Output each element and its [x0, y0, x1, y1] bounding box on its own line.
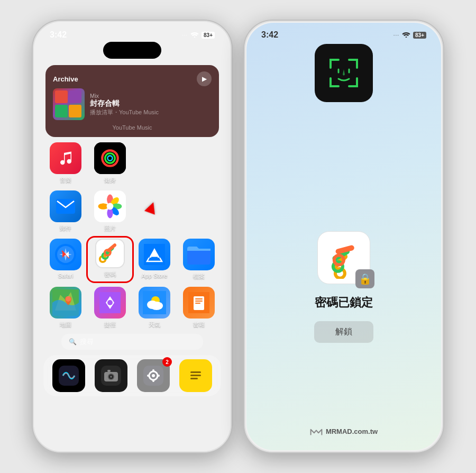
app-books[interactable]: 書籍 — [178, 287, 220, 329]
app-photos[interactable]: 照片 — [89, 190, 131, 232]
phone1: 3:42 ··· 83+ Archive ▶ — [32, 20, 233, 453]
widget-song-label: Mix — [90, 93, 212, 99]
music-widget[interactable]: Archive ▶ Mix 封存合輯 播放清單・YouTube Music — [45, 65, 219, 137]
dynamic-island-phone1 — [103, 42, 161, 59]
status-bar-phone2: 3:42 ··· 83+ — [246, 23, 441, 40]
widget-content: Mix 封存合輯 播放清單・YouTube Music — [53, 88, 212, 120]
app-shortcuts-label: 捷徑 — [104, 321, 116, 329]
phone2: 3:42 ··· 83+ — [243, 20, 444, 453]
svg-point-36 — [150, 302, 163, 310]
face-id-box — [315, 44, 373, 102]
svg-rect-59 — [190, 378, 198, 379]
app-maps-label: 地圖 — [60, 321, 71, 329]
app-safari[interactable]: Safari — [44, 239, 87, 280]
app-health[interactable]: 健身 — [89, 142, 131, 184]
widget-play-button[interactable]: ▶ — [197, 71, 212, 86]
svg-rect-48 — [107, 370, 111, 372]
svg-rect-58 — [190, 375, 201, 376]
svg-rect-25 — [106, 243, 117, 252]
wifi-icon-phone2 — [402, 31, 410, 39]
locked-content: 🔒 密碼已鎖定 解鎖 — [246, 102, 441, 450]
app-music-label: 音樂 — [60, 176, 71, 184]
svg-rect-4 — [56, 199, 75, 214]
app-mail-label: 郵件 — [60, 224, 71, 232]
widget-album-art — [53, 88, 85, 120]
widget-source: YouTube Music — [53, 124, 212, 131]
dock-camera[interactable] — [95, 359, 127, 392]
dock: 2 — [43, 355, 221, 396]
app-maps[interactable]: 地圖 — [44, 287, 87, 329]
svg-point-60 — [406, 37, 407, 38]
app-passwords-label: 密碼 — [104, 270, 116, 278]
app-passwords-highlighted[interactable]: 密碼 — [86, 236, 134, 283]
widget-header: Archive ▶ — [53, 71, 212, 86]
settings-badge: 2 — [162, 357, 172, 367]
search-label: 搜尋 — [80, 337, 94, 347]
svg-rect-52 — [152, 369, 154, 372]
svg-rect-55 — [157, 375, 160, 377]
widget-app-name: Archive — [53, 75, 78, 83]
mrmad-footer: MRMAD.com.tw — [246, 427, 441, 435]
svg-point-51 — [152, 374, 155, 377]
unlock-button[interactable]: 解鎖 — [314, 321, 373, 343]
status-time-phone1: 3:42 — [50, 30, 67, 40]
svg-rect-39 — [195, 298, 203, 299]
mrmad-text: MRMAD.com.tw — [326, 427, 378, 435]
app-files-label: 檔案 — [193, 272, 205, 280]
widget-song-title: 封存合輯 — [90, 99, 212, 108]
app-shortcuts[interactable]: 捷徑 — [89, 287, 131, 329]
search-icon: 🔍 — [69, 338, 77, 345]
status-bar-phone1: 3:42 ··· 83+ — [35, 23, 230, 40]
svg-point-3 — [107, 156, 112, 160]
search-bar[interactable]: 🔍 搜尋 — [61, 334, 203, 350]
app-books-label: 書籍 — [193, 321, 205, 329]
dock-bezel[interactable] — [52, 359, 85, 392]
status-time-phone2: 3:42 — [261, 30, 278, 40]
svg-rect-40 — [195, 301, 203, 302]
app-safari-label: Safari — [58, 272, 74, 279]
face-id-icon — [325, 54, 362, 92]
widget-info: Mix 封存合輯 播放清單・YouTube Music — [90, 93, 212, 116]
app-mail[interactable]: 郵件 — [44, 190, 87, 232]
battery-phone1: 83+ — [202, 32, 215, 39]
app-weather[interactable]: 天氣 — [133, 287, 176, 329]
svg-point-32 — [107, 300, 113, 305]
svg-point-47 — [110, 376, 112, 378]
app-appstore-label: App Store — [142, 272, 168, 279]
lock-badge: 🔒 — [355, 269, 374, 288]
locked-title: 密碼已鎖定 — [315, 295, 373, 311]
face-id-container — [246, 44, 441, 102]
svg-rect-53 — [152, 379, 154, 382]
red-arrow-indicator: ▼ — [139, 195, 164, 222]
wifi-icon-phone1 — [190, 31, 199, 39]
svg-rect-54 — [147, 375, 150, 377]
app-files[interactable]: 檔案 — [178, 239, 220, 280]
svg-point-13 — [107, 203, 114, 210]
app-photos-label: 照片 — [104, 224, 116, 232]
svg-point-2 — [105, 153, 115, 163]
status-right-phone2: ··· 83+ — [393, 31, 426, 39]
svg-rect-57 — [190, 371, 201, 373]
widget-subtitle: 播放清單・YouTube Music — [90, 108, 212, 116]
app-grid: 音樂 健身 — [35, 137, 230, 329]
svg-point-0 — [194, 37, 196, 38]
locked-app-icon: 🔒 — [317, 231, 370, 284]
app-music[interactable]: 音樂 — [44, 142, 87, 184]
svg-rect-41 — [195, 303, 200, 304]
phone2-content: 3:42 ··· 83+ — [246, 23, 441, 450]
app-appstore[interactable]: App Store — [133, 239, 176, 280]
app-weather-label: 天氣 — [149, 321, 160, 329]
signal-dots-phone1: ··· — [182, 32, 188, 38]
dock-notes[interactable] — [179, 359, 212, 392]
signal-dots-phone2: ··· — [393, 32, 399, 38]
app-health-label: 健身 — [104, 176, 116, 184]
battery-phone2: 83+ — [413, 32, 426, 39]
status-right-phone1: ··· 83+ — [182, 31, 215, 39]
